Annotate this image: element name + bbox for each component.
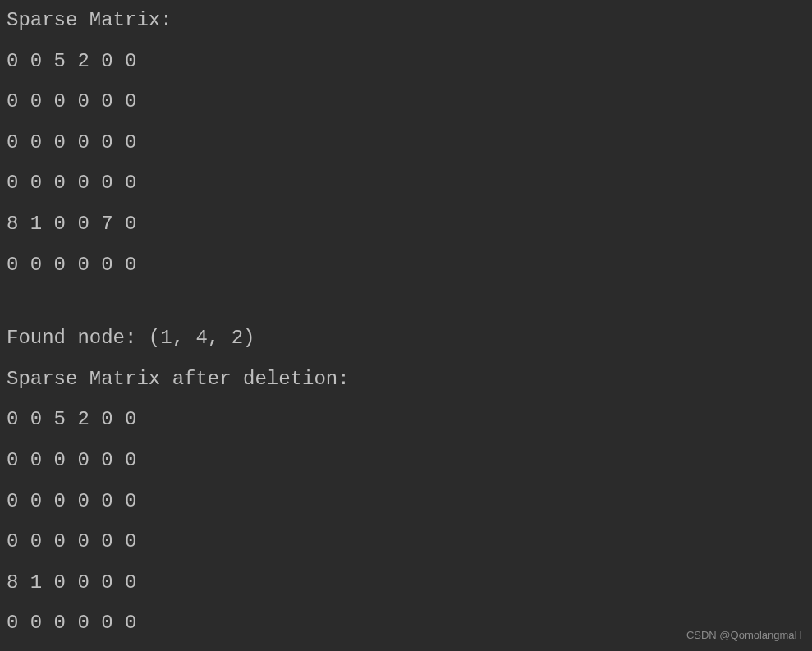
found-node-message: Found node: (1, 4, 2) <box>7 324 805 352</box>
matrix-row: 0 0 0 0 0 0 <box>7 169 805 197</box>
matrix-header-2: Sparse Matrix after deletion: <box>7 365 805 393</box>
matrix-row: 0 0 5 2 0 0 <box>7 406 805 433</box>
matrix-row: 0 0 0 0 0 0 <box>7 88 805 116</box>
matrix-row: 0 0 0 0 0 0 <box>7 488 805 516</box>
matrix-row: 0 0 0 0 0 0 <box>7 447 805 474</box>
matrix-row: 0 0 5 2 0 0 <box>7 48 805 76</box>
matrix-row: 0 0 0 0 0 0 <box>7 528 805 556</box>
blank-line <box>7 291 805 324</box>
matrix-row: 8 1 0 0 7 0 <box>7 210 805 238</box>
matrix-row: 8 1 0 0 0 0 <box>7 569 805 597</box>
matrix-row: 0 0 0 0 0 0 <box>7 129 805 157</box>
terminal-output: Sparse Matrix: 0 0 5 2 0 0 0 0 0 0 0 0 0… <box>7 7 805 637</box>
watermark: CSDN @QomolangmaH <box>686 628 802 643</box>
matrix-header-1: Sparse Matrix: <box>7 7 805 34</box>
matrix-row: 0 0 0 0 0 0 <box>7 251 805 279</box>
